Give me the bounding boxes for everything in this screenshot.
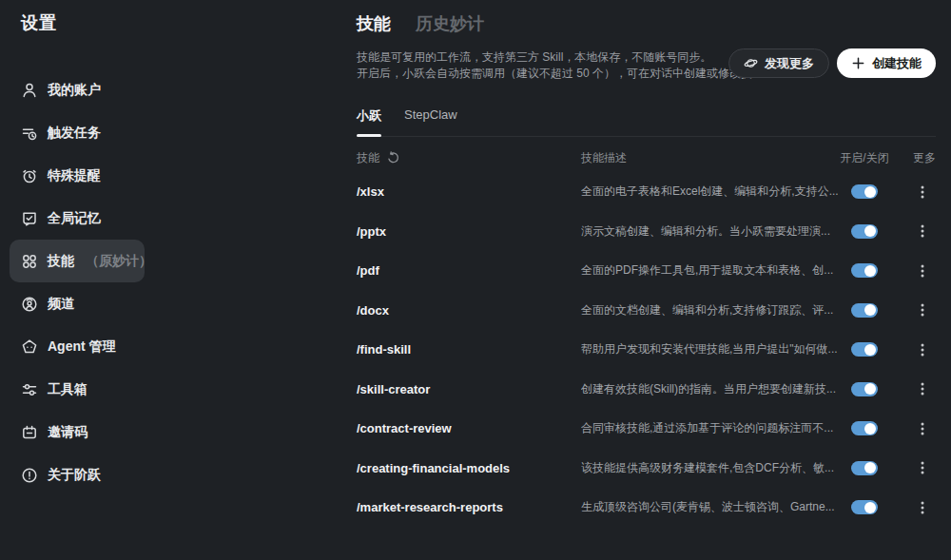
more-menu-icon[interactable] bbox=[916, 263, 929, 279]
skill-toggle[interactable] bbox=[851, 224, 878, 239]
skill-description: 该技能提供高级财务建模套件,包含DCF分析、敏... bbox=[581, 460, 838, 476]
skill-name: /docx bbox=[357, 303, 581, 318]
sidebar-item-channels[interactable]: 频道 bbox=[10, 282, 145, 325]
skill-toggle[interactable] bbox=[851, 303, 878, 318]
skill-description: 全面的电子表格和Excel创建、编辑和分析,支持公... bbox=[581, 183, 838, 200]
sidebar-item-sublabel: （原妙计） bbox=[86, 253, 152, 270]
tab-history[interactable]: 历史妙计 bbox=[416, 12, 484, 35]
column-skill: 技能 bbox=[357, 150, 581, 166]
sidebar-item-label: 邀请码 bbox=[48, 424, 87, 441]
skill-name: /market-research-reports bbox=[357, 500, 581, 514]
skills-panel: 技能 历史妙计 技能是可复用的工作流，支持第三方 Skill，本地保存，不随账号… bbox=[357, 0, 936, 528]
more-menu-icon[interactable] bbox=[916, 184, 929, 200]
tab-skills[interactable]: 技能 bbox=[357, 12, 391, 35]
more-menu-icon[interactable] bbox=[916, 381, 929, 396]
skill-description: 帮助用户发现和安装代理技能,当用户提出"如何做... bbox=[581, 341, 838, 357]
sidebar-item-skills[interactable]: 技能 （原妙计） bbox=[10, 240, 145, 282]
sidebar-item-label: Agent 管理 bbox=[48, 338, 116, 356]
sidebar-item-label: 我的账户 bbox=[48, 82, 101, 99]
planet-icon bbox=[744, 56, 758, 70]
refresh-icon[interactable] bbox=[386, 151, 399, 164]
skill-name: /pptx bbox=[357, 224, 581, 239]
sidebar-item-label: 技能 bbox=[48, 253, 74, 270]
about-icon bbox=[21, 467, 38, 484]
sidebar-item-global-memory[interactable]: 全局记忆 bbox=[10, 197, 145, 240]
table-row: /docx 全面的文档创建、编辑和分析,支持修订跟踪、评... bbox=[357, 291, 936, 331]
sidebar-item-about[interactable]: 关于阶跃 bbox=[10, 454, 145, 496]
alarm-icon bbox=[21, 167, 38, 184]
skill-description: 生成顶级咨询公司(麦肯锡、波士顿咨询、Gartne... bbox=[581, 499, 838, 515]
page-title: 设置 bbox=[21, 11, 57, 34]
skills-table: /xlsx 全面的电子表格和Excel创建、编辑和分析,支持公... /pptx… bbox=[357, 172, 936, 528]
skill-name: /pdf bbox=[357, 263, 581, 278]
create-skill-label: 创建技能 bbox=[872, 55, 922, 72]
table-row: /market-research-reports 生成顶级咨询公司(麦肯锡、波士… bbox=[357, 488, 936, 528]
agent-icon bbox=[21, 338, 38, 356]
subtab-stepclaw[interactable]: StepClaw bbox=[404, 107, 457, 136]
subtab-xiaoyue[interactable]: 小跃 bbox=[357, 107, 381, 136]
sidebar-item-agent-management[interactable]: Agent 管理 bbox=[10, 325, 145, 368]
more-menu-icon[interactable] bbox=[916, 500, 929, 515]
sidebar-item-special-reminders[interactable]: 特殊提醒 bbox=[10, 154, 145, 197]
skill-name: /skill-creator bbox=[357, 382, 581, 396]
header-actions: 发现更多 创建技能 bbox=[728, 48, 936, 78]
skill-name: /xlsx bbox=[357, 184, 581, 199]
more-menu-icon[interactable] bbox=[916, 421, 929, 436]
skills-grid-icon bbox=[21, 253, 38, 270]
skill-toggle[interactable] bbox=[851, 421, 878, 435]
table-row: /pdf 全面的PDF操作工具包,用于提取文本和表格、创... bbox=[357, 251, 936, 291]
sidebar-item-label: 全局记忆 bbox=[48, 210, 101, 227]
skill-name: /creating-financial-models bbox=[357, 461, 581, 475]
sidebar-item-my-account[interactable]: 我的账户 bbox=[10, 68, 145, 111]
sidebar-item-label: 关于阶跃 bbox=[48, 467, 101, 484]
skill-description: 合同审核技能,通过添加基于评论的问题标注而不... bbox=[581, 420, 838, 436]
skill-description: 全面的PDF操作工具包,用于提取文本和表格、创... bbox=[581, 262, 838, 279]
toolbox-icon bbox=[21, 381, 38, 398]
more-menu-icon[interactable] bbox=[916, 223, 929, 239]
trigger-task-icon bbox=[21, 125, 38, 142]
source-subtabs: 小跃 StepClaw bbox=[357, 107, 936, 137]
sidebar-item-label: 触发任务 bbox=[48, 125, 101, 142]
table-row: /pptx 演示文稿创建、编辑和分析。当小跃需要处理演... bbox=[357, 212, 936, 252]
more-menu-icon[interactable] bbox=[916, 342, 929, 357]
skill-toggle[interactable] bbox=[851, 382, 878, 396]
discover-more-label: 发现更多 bbox=[765, 55, 814, 72]
skill-toggle[interactable] bbox=[851, 461, 878, 475]
memory-icon bbox=[21, 210, 38, 227]
skill-toggle[interactable] bbox=[851, 500, 878, 514]
table-row: /skill-creator 创建有效技能(Skill)的指南。当用户想要创建新… bbox=[357, 370, 936, 410]
table-row: /contract-review 合同审核技能,通过添加基于评论的问题标注而不.… bbox=[357, 409, 936, 449]
sidebar-menu: 我的账户 触发任务 特殊提醒 bbox=[10, 68, 145, 496]
sidebar-item-trigger-tasks[interactable]: 触发任务 bbox=[10, 111, 145, 154]
sidebar-item-invite-code[interactable]: 邀请码 bbox=[10, 411, 145, 454]
sidebar-item-toolbox[interactable]: 工具箱 bbox=[10, 368, 145, 411]
channel-icon bbox=[21, 296, 38, 313]
settings-sidebar: 设置 我的账户 触发任务 bbox=[0, 0, 357, 560]
page-tabs: 技能 历史妙计 bbox=[357, 12, 936, 35]
skill-description: 创建有效技能(Skill)的指南。当用户想要创建新技... bbox=[581, 381, 838, 397]
skill-toggle[interactable] bbox=[851, 342, 878, 357]
sidebar-item-label: 频道 bbox=[48, 296, 74, 313]
skill-description: 全面的文档创建、编辑和分析,支持修订跟踪、评... bbox=[581, 302, 838, 319]
table-row: /find-skill 帮助用户发现和安装代理技能,当用户提出"如何做... bbox=[357, 330, 936, 370]
sidebar-item-label: 工具箱 bbox=[48, 381, 87, 398]
discover-more-button[interactable]: 发现更多 bbox=[728, 48, 829, 78]
invite-code-icon bbox=[21, 424, 38, 441]
skill-toggle[interactable] bbox=[851, 263, 878, 278]
more-menu-icon[interactable] bbox=[916, 302, 929, 318]
table-row: /xlsx 全面的电子表格和Excel创建、编辑和分析,支持公... bbox=[357, 172, 936, 212]
more-menu-icon[interactable] bbox=[916, 460, 929, 475]
skill-name: /find-skill bbox=[357, 342, 581, 357]
plus-icon bbox=[851, 56, 865, 70]
table-header: 技能 技能描述 开启/关闭 更多 bbox=[357, 148, 936, 167]
create-skill-button[interactable]: 创建技能 bbox=[837, 48, 936, 78]
table-row: /creating-financial-models 该技能提供高级财务建模套件… bbox=[357, 449, 936, 489]
skill-toggle[interactable] bbox=[851, 184, 878, 199]
column-toggle: 开启/关闭 bbox=[840, 150, 888, 166]
skill-name: /contract-review bbox=[357, 421, 581, 435]
sidebar-item-label: 特殊提醒 bbox=[48, 167, 101, 184]
skill-description: 演示文稿创建、编辑和分析。当小跃需要处理演... bbox=[581, 223, 838, 240]
column-description: 技能描述 bbox=[581, 150, 838, 166]
user-icon bbox=[21, 82, 38, 99]
column-more: 更多 bbox=[913, 150, 936, 166]
